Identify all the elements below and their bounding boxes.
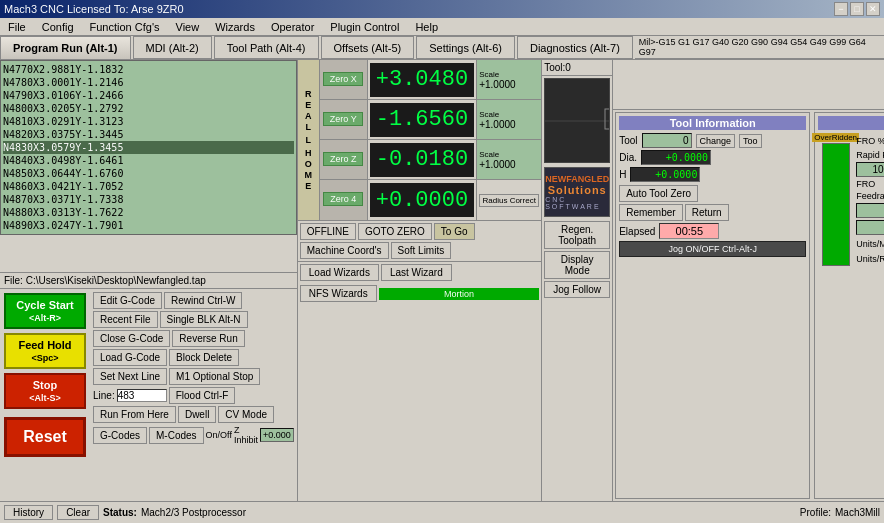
tab-program-run[interactable]: Program Run (Alt-1) — [0, 36, 131, 59]
edit-gcode-button[interactable]: Edit G-Code — [93, 292, 162, 309]
load-gcode-button[interactable]: Load G-Code — [93, 349, 167, 366]
tab-diagnostics[interactable]: Diagnostics (Alt-7) — [517, 36, 633, 59]
gcodes-button[interactable]: G-Codes — [93, 427, 147, 444]
tab-settings[interactable]: Settings (Alt-6) — [416, 36, 515, 59]
single-blk-button[interactable]: Single BLK Alt-N — [160, 311, 248, 328]
recent-file-button[interactable]: Recent File — [93, 311, 158, 328]
rapid-controls-row: ▲ ▼ Reset — [856, 162, 884, 177]
menu-help[interactable]: Help — [411, 21, 442, 33]
machine-coords-button[interactable]: Machine Coord's — [300, 242, 389, 259]
goto-zero-button[interactable]: GOTO ZERO — [358, 223, 432, 240]
cycle-start-button[interactable]: Cycle Start <Alt-R> — [4, 293, 86, 329]
tab-tool-path[interactable]: Tool Path (Alt-4) — [214, 36, 319, 59]
last-wizard-button[interactable]: Last Wizard — [381, 264, 452, 281]
mcodes-button[interactable]: M-Codes — [149, 427, 204, 444]
titlebar: Mach3 CNC Licensed To: Arse 9ZR0 − □ ✕ — [0, 0, 884, 18]
gcode-line[interactable]: N4890X3.0247Y-1.7901 — [3, 219, 294, 232]
block-delete-button[interactable]: Block Delete — [169, 349, 239, 366]
feed-hold-button[interactable]: Feed Hold <Spc> — [4, 333, 86, 369]
maximize-button[interactable]: □ — [850, 2, 864, 16]
x-scale-box: Scale +1.0000 — [476, 60, 541, 99]
gcode-line-selected[interactable]: N4830X3.0579Y-1.3455 — [3, 141, 294, 154]
gcode-line[interactable]: N4900X3.0173Y-1.8177 — [3, 232, 294, 235]
dro-z-value: -0.0180 — [370, 143, 474, 177]
gcode-list[interactable]: N4770X2.9881Y-1.1832 N4780X3.0001Y-1.214… — [0, 60, 297, 235]
menu-operator[interactable]: Operator — [267, 21, 318, 33]
to-go-button[interactable]: To Go — [434, 223, 475, 240]
line-input[interactable] — [117, 389, 167, 402]
gcode-line[interactable]: N4850X3.0644Y-1.6760 — [3, 167, 294, 180]
gcode-line[interactable]: N4790X3.0106Y-1.2466 — [3, 89, 294, 102]
dwell-button[interactable]: Dwell — [178, 406, 216, 423]
auto-tool-zero-button[interactable]: Auto Tool Zero — [619, 185, 698, 202]
feedrate-input-2[interactable] — [856, 220, 884, 235]
gcode-line[interactable]: N4880X3.0313Y-1.7622 — [3, 206, 294, 219]
gcode-line[interactable]: N4770X2.9881Y-1.1832 — [3, 63, 294, 76]
jog-follow-button[interactable]: Jog Follow — [544, 281, 610, 298]
zero-x-button[interactable]: Zero X — [323, 72, 363, 86]
too-button[interactable]: Too — [739, 134, 762, 148]
edit-row-7: Run From Here Dwell CV Mode — [93, 406, 294, 423]
run-from-here-button[interactable]: Run From Here — [93, 406, 176, 423]
menu-function-cfgs[interactable]: Function Cfg's — [86, 21, 164, 33]
menu-plugin-control[interactable]: Plugin Control — [326, 21, 403, 33]
gcode-line[interactable]: N4840X3.0498Y-1.6461 — [3, 154, 294, 167]
load-wizards-button[interactable]: Load Wizards — [300, 264, 379, 281]
real-home-label: REALLHOME — [298, 60, 320, 220]
menu-config[interactable]: Config — [38, 21, 78, 33]
set-next-line-button[interactable]: Set Next Line — [93, 368, 167, 385]
gcode-line[interactable]: N4860X3.0421Y-1.7052 — [3, 180, 294, 193]
three-panels: Tool Information Tool Change Too Dia. H — [613, 110, 884, 501]
return-button[interactable]: Return — [685, 204, 729, 221]
feed-controls: FRO % Rapid FRO ▲ ▼ Reset — [856, 133, 884, 266]
y-scale-label: Scale — [479, 110, 539, 119]
menu-view[interactable]: View — [172, 21, 204, 33]
jog-button[interactable]: Jog ON/OFF Ctrl-Alt-J — [619, 241, 806, 257]
titlebar-text: Mach3 CNC Licensed To: Arse 9ZR0 — [4, 3, 184, 15]
units-rev-row: Units/Rev — [856, 251, 884, 266]
change-button[interactable]: Change — [696, 134, 736, 148]
gcode-line[interactable]: N4780X3.0001Y-1.2146 — [3, 76, 294, 89]
nfs-wizards-button[interactable]: NFS Wizards — [300, 285, 377, 302]
zero-z-button[interactable]: Zero Z — [323, 152, 363, 166]
rapid-fro-input[interactable] — [856, 162, 884, 177]
right-panel: Tool:0 NEWFANGLED Solutions CNC SOFTWARE — [542, 60, 613, 501]
stop-button[interactable]: Stop <Alt-S> — [4, 373, 86, 409]
zero-4-button[interactable]: Zero 4 — [323, 192, 363, 206]
m1-optional-button[interactable]: M1 Optional Stop — [169, 368, 260, 385]
h-input[interactable] — [630, 167, 700, 182]
history-button[interactable]: History — [4, 505, 53, 520]
menu-file[interactable]: File — [4, 21, 30, 33]
gcode-line[interactable]: N4820X3.0375Y-1.3445 — [3, 128, 294, 141]
flood-button[interactable]: Flood Ctrl-F — [169, 387, 236, 404]
elapsed-display: 00:55 — [659, 223, 719, 239]
gcode-line[interactable]: N4800X3.0205Y-1.2792 — [3, 102, 294, 115]
menu-wizards[interactable]: Wizards — [211, 21, 259, 33]
tool-number-input[interactable] — [642, 133, 692, 148]
rewind-button[interactable]: Rewind Ctrl-W — [164, 292, 242, 309]
dia-input[interactable] — [641, 150, 711, 165]
zero-y-button[interactable]: Zero Y — [323, 112, 363, 126]
minimize-button[interactable]: − — [834, 2, 848, 16]
tab-offsets[interactable]: Offsets (Alt-5) — [321, 36, 415, 59]
close-gcode-button[interactable]: Close G-Code — [93, 330, 170, 347]
offline-button[interactable]: OFFLINE — [300, 223, 356, 240]
solutions-logo: NEWFANGLED Solutions CNC SOFTWARE — [544, 167, 610, 217]
remember-button[interactable]: Remember — [619, 204, 682, 221]
display-mode-button[interactable]: Display Mode — [544, 251, 610, 279]
cv-mode-button[interactable]: CV Mode — [218, 406, 274, 423]
soft-limits-button[interactable]: Soft Limits — [391, 242, 452, 259]
feedrate-input-1[interactable] — [856, 203, 884, 218]
dro-displays: +3.0480 Scale +1.0000 -1.6560 Scale +1.0… — [368, 60, 541, 220]
h-label: H — [619, 169, 626, 180]
gcode-line[interactable]: N4810X3.0291Y-1.3123 — [3, 115, 294, 128]
left-panel: N4770X2.9881Y-1.1832 N4780X3.0001Y-1.214… — [0, 60, 298, 501]
radius-correct-button[interactable]: Radius Correct — [479, 194, 539, 207]
close-button[interactable]: ✕ — [866, 2, 880, 16]
regen-toolpath-button[interactable]: Regen. Toolpath — [544, 221, 610, 249]
reset-button[interactable]: Reset — [4, 417, 86, 457]
gcode-line[interactable]: N4870X3.0371Y-1.7338 — [3, 193, 294, 206]
reverse-run-button[interactable]: Reverse Run — [172, 330, 244, 347]
clear-button[interactable]: Clear — [57, 505, 99, 520]
tab-mdi[interactable]: MDI (Alt-2) — [133, 36, 212, 59]
